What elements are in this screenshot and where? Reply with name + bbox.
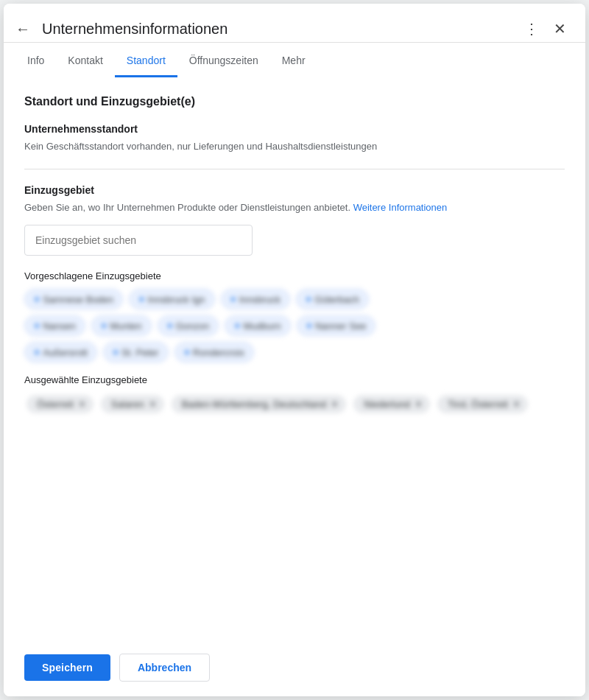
remove-chip-0[interactable]: ✕ (78, 399, 86, 410)
einzugsgebiet-label: Einzugsgebiet (24, 184, 565, 196)
dialog-footer: Speichern Abbrechen (4, 642, 585, 696)
selected-chip-0[interactable]: Österreit ✕ (27, 395, 94, 413)
remove-chip-4[interactable]: ✕ (512, 399, 521, 410)
chip-rondercroix[interactable]: +Rondercroix (174, 342, 254, 363)
tab-oeffnungszeiten[interactable]: Öffnungszeiten (177, 46, 270, 77)
selected-chip-2[interactable]: Baden-Württemberg, Deutschland ✕ (172, 395, 347, 413)
dialog-title: Unternehmensinformationen (42, 21, 520, 38)
selected-chips-label: Ausgewählte Einzugsgebiete (24, 374, 565, 385)
unternehmensstandort-label: Unternehmensstandort (24, 123, 565, 135)
chips-row-3: +Außersrott +St. Peter +Rondercroix (24, 342, 565, 363)
close-button[interactable]: ✕ (549, 15, 571, 42)
chip-innsbruck-ign[interactable]: +Innsbruck Ign (129, 289, 214, 309)
dialog-header: ← Unternehmensinformationen ⋮ ✕ (4, 4, 585, 43)
back-button[interactable]: ← (15, 18, 36, 41)
unternehmensstandort-desc: Kein Geschäftsstandort vorhanden, nur Li… (24, 139, 565, 154)
einzugsgebiet-section: Einzugsgebiet Geben Sie an, wo Ihr Unter… (24, 184, 565, 416)
chip-aussersrott[interactable]: +Außersrott (24, 342, 97, 363)
tab-info[interactable]: Info (15, 46, 56, 77)
save-button[interactable]: Speichern (24, 654, 110, 681)
chip-mudburn[interactable]: +Mudburn (225, 315, 291, 336)
selected-chips-wrap: Österreit ✕ Salaren ✕ Baden-Württemberg,… (24, 393, 565, 416)
selected-chip-3[interactable]: Niederlund ✕ (353, 395, 430, 413)
einzugsgebiet-desc: Geben Sie an, wo Ihr Unternehmen Produkt… (24, 200, 565, 215)
chip-gueterbach[interactable]: +Güterbach (296, 289, 369, 309)
remove-chip-1[interactable]: ✕ (149, 399, 157, 410)
cancel-button[interactable]: Abbrechen (119, 654, 210, 682)
chip-nanner-see[interactable]: +Nanner See (297, 315, 376, 336)
chip-gonzon[interactable]: +Gonzon (158, 315, 219, 336)
dialog-body: Standort und Einzugsgebiet(e) Unternehme… (4, 77, 585, 642)
selected-chip-1[interactable]: Salaren ✕ (101, 395, 164, 413)
selected-chip-4[interactable]: Tirol, Österreit ✕ (437, 395, 528, 413)
chip-nansen[interactable]: +Nansen (24, 315, 85, 336)
tab-kontakt[interactable]: Kontakt (56, 46, 114, 77)
chips-row-2: +Nansen +Munten +Gonzon +Mudburn +Nanner… (24, 315, 565, 336)
more-options-button[interactable]: ⋮ (520, 15, 543, 42)
weitere-informationen-link[interactable]: Weitere Informationen (353, 202, 448, 213)
tab-standort[interactable]: Standort (115, 46, 177, 77)
chip-samnese-boden[interactable]: +Samnese Boden (24, 289, 123, 309)
remove-chip-3[interactable]: ✕ (415, 399, 423, 410)
chip-st-peter[interactable]: +St. Peter (103, 342, 169, 363)
tab-mehr[interactable]: Mehr (270, 46, 317, 77)
einzugsgebiet-search-input[interactable] (24, 225, 253, 256)
chip-munten[interactable]: +Munten (91, 315, 152, 336)
chip-innsbruck[interactable]: +Innsbruck (221, 289, 291, 309)
vorgeschlagene-label: Vorgeschlagene Einzugsgebiete (24, 270, 565, 281)
header-actions: ⋮ ✕ (520, 15, 571, 42)
section-title: Standort und Einzugsgebiet(e) (24, 95, 565, 108)
dialog: ← Unternehmensinformationen ⋮ ✕ Info Kon… (4, 4, 585, 696)
remove-chip-2[interactable]: ✕ (331, 399, 339, 410)
tabs-bar: Info Kontakt Standort Öffnungszeiten Meh… (4, 46, 585, 77)
chips-row-1: +Samnese Boden +Innsbruck Ign +Innsbruck… (24, 289, 565, 309)
section-divider (24, 169, 565, 169)
unternehmensstandort-section: Unternehmensstandort Kein Geschäftsstand… (24, 123, 565, 154)
einzugsgebiet-desc-text: Geben Sie an, wo Ihr Unternehmen Produkt… (24, 202, 350, 213)
